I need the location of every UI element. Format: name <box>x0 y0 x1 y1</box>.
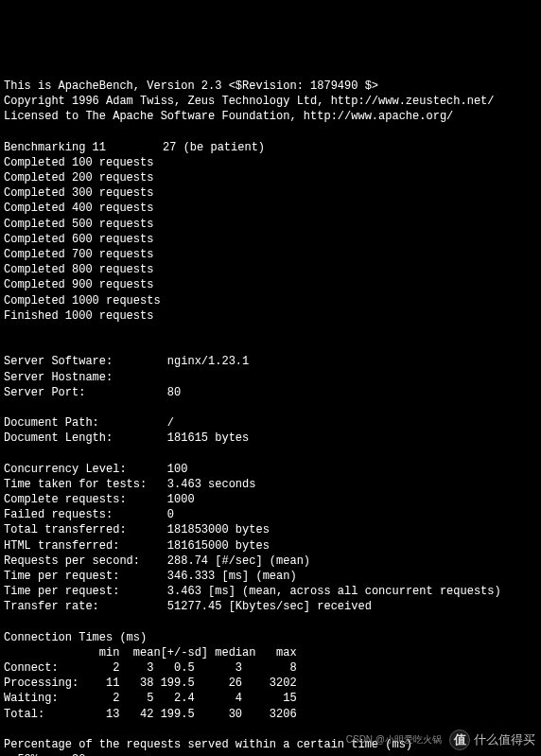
header-line: Copyright 1996 Adam Twiss, Zeus Technolo… <box>4 95 494 108</box>
stat-row: Server Hostname: <box>4 371 253 384</box>
progress-line: Completed 100 requests <box>4 156 153 169</box>
benchmarking-line: Benchmarking 1127 (be patient) <box>4 141 265 154</box>
stat-row: Transfer rate: 51277.45 [Kbytes/sec] rec… <box>4 600 372 613</box>
stat-row: Document Length: 181615 bytes <box>4 431 249 445</box>
conn-times-row: Processing: 11 38 199.5 26 3202 <box>4 677 297 690</box>
stat-row: Server Software: nginx/1.23.1 <box>4 355 249 368</box>
stat-row: Total transferred: 181853000 bytes <box>4 523 270 536</box>
conn-times-header: min mean[+/-sd] median max <box>4 646 297 659</box>
progress-line: Completed 600 requests <box>4 233 153 246</box>
stat-row: Time per request: 3.463 [ms] (mean, acro… <box>4 585 501 598</box>
progress-line: Completed 1000 requests <box>4 294 161 308</box>
conn-times-row: Connect: 2 3 0.5 3 8 <box>4 661 297 675</box>
progress-line: Completed 200 requests <box>4 171 153 185</box>
stat-row: Server Port: 80 <box>4 386 181 399</box>
stat-row: Time taken for tests: 3.463 seconds <box>4 478 255 491</box>
watermark-text: 什么值得买 <box>474 731 535 748</box>
header-line: Licensed to The Apache Software Foundati… <box>4 110 453 123</box>
progress-line: Completed 800 requests <box>4 263 153 276</box>
watermark-author: CSDN @小明爱吃火锅 <box>346 733 442 747</box>
stat-row: Requests per second: 288.74 [#/sec] (mea… <box>4 554 310 568</box>
progress-line: Completed 300 requests <box>4 186 153 200</box>
stat-row: Complete requests: 1000 <box>4 493 195 506</box>
progress-line: Completed 700 requests <box>4 248 153 261</box>
stat-row: Time per request: 346.333 [ms] (mean) <box>4 570 297 583</box>
progress-line: Finished 1000 requests <box>4 309 153 323</box>
progress-line: Completed 900 requests <box>4 278 153 291</box>
watermark-badge-icon: 值 <box>449 730 470 750</box>
terminal-output: This is ApacheBench, Version 2.3 <$Revis… <box>4 63 537 756</box>
watermark: CSDN @小明爱吃火锅 值 什么值得买 <box>346 730 535 750</box>
conn-times-title: Connection Times (ms) <box>4 631 147 644</box>
stat-row: HTML transferred: 181615000 bytes <box>4 539 270 553</box>
stat-row: Failed requests: 0 <box>4 508 174 521</box>
stat-row: Concurrency Level: 100 <box>4 463 187 476</box>
conn-times-row: Total: 13 42 199.5 30 3206 <box>4 708 297 721</box>
stat-row: Document Path: / <box>4 416 174 430</box>
progress-line: Completed 500 requests <box>4 218 153 231</box>
progress-line: Completed 400 requests <box>4 202 153 215</box>
conn-times-row: Waiting: 2 5 2.4 4 15 <box>4 692 297 705</box>
header-line: This is ApacheBench, Version 2.3 <$Revis… <box>4 79 378 93</box>
